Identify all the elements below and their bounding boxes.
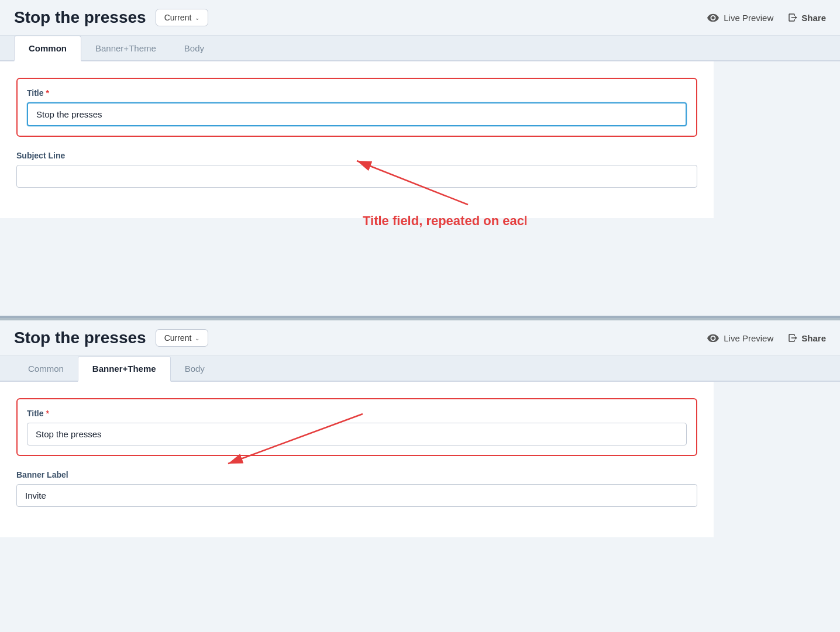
tab-banner-theme-top[interactable]: Banner+Theme xyxy=(81,36,170,61)
tab-banner-theme-bottom[interactable]: Banner+Theme xyxy=(78,356,171,382)
content-area-top: Title * Subject Line xyxy=(0,61,714,218)
share-icon-bottom xyxy=(787,333,798,343)
live-preview-label-bottom: Live Preview xyxy=(724,333,773,343)
subject-line-field-group-top: Subject Line xyxy=(16,151,697,188)
share-button-top[interactable]: Share xyxy=(787,12,826,23)
live-preview-label-top: Live Preview xyxy=(724,13,773,23)
section-top: Stop the presses Current ⌄ Live Preview xyxy=(0,0,840,316)
live-preview-button-bottom[interactable]: Live Preview xyxy=(707,333,773,343)
version-label-top: Current xyxy=(164,13,192,22)
page-title-top: Stop the presses xyxy=(14,8,146,27)
tab-body-bottom[interactable]: Body xyxy=(171,357,219,382)
required-star-top: * xyxy=(46,88,49,98)
title-field-group-bottom: Title * xyxy=(16,398,697,456)
title-input-bottom[interactable] xyxy=(27,423,687,445)
share-label-bottom: Share xyxy=(801,333,826,343)
share-label-top: Share xyxy=(801,13,826,23)
top-bar-bottom: Stop the presses Current ⌄ Live Preview xyxy=(0,320,840,356)
top-bar: Stop the presses Current ⌄ Live Preview xyxy=(0,0,840,36)
share-button-bottom[interactable]: Share xyxy=(787,333,826,343)
subject-line-label-top: Subject Line xyxy=(16,151,697,160)
section-bottom: Stop the presses Current ⌄ Live Preview xyxy=(0,318,840,632)
title-label-top: Title * xyxy=(27,88,687,98)
title-field-group-top: Title * xyxy=(16,78,697,137)
live-preview-button-top[interactable]: Live Preview xyxy=(707,13,773,23)
main-container: Stop the presses Current ⌄ Live Preview xyxy=(0,0,840,632)
tab-body-top[interactable]: Body xyxy=(170,36,218,61)
banner-label-field-group-bottom: Banner Label xyxy=(16,470,697,507)
banner-label-input-bottom[interactable] xyxy=(16,484,697,507)
eye-icon-top xyxy=(707,13,719,22)
title-input-top[interactable] xyxy=(27,102,687,126)
page-title-bottom: Stop the presses xyxy=(14,329,146,347)
version-label-bottom: Current xyxy=(164,333,192,343)
subject-line-input-top[interactable] xyxy=(16,165,697,188)
tabs-bar-bottom: Common Banner+Theme Body xyxy=(0,356,840,382)
content-area-bottom: Title * Banner Label xyxy=(0,382,714,537)
required-star-bottom: * xyxy=(46,409,49,418)
tab-common-top[interactable]: Common xyxy=(14,36,81,61)
tabs-bar-top: Common Banner+Theme Body xyxy=(0,36,840,61)
tab-common-bottom[interactable]: Common xyxy=(14,357,78,382)
banner-label-label-bottom: Banner Label xyxy=(16,470,697,479)
version-dropdown-bottom[interactable]: Current ⌄ xyxy=(156,329,209,347)
chevron-down-icon-top: ⌄ xyxy=(195,15,199,21)
share-icon-top xyxy=(787,12,798,23)
top-bar-actions-bottom: Live Preview Share xyxy=(707,333,826,343)
top-bar-actions-top: Live Preview Share xyxy=(707,12,826,23)
title-label-bottom: Title * xyxy=(27,409,687,418)
chevron-down-icon-bottom: ⌄ xyxy=(195,335,199,341)
version-dropdown-top[interactable]: Current ⌄ xyxy=(156,9,209,26)
eye-icon-bottom xyxy=(707,334,719,342)
